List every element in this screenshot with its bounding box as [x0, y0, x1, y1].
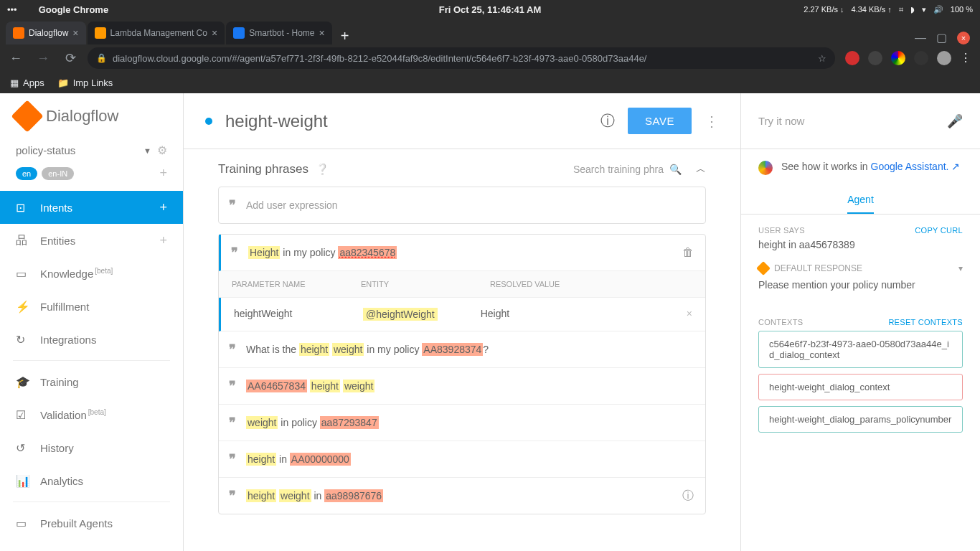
tab-close-icon[interactable]: × — [319, 27, 325, 39]
tab-agent[interactable]: Agent — [847, 187, 874, 214]
error-icon[interactable]: ⓘ — [600, 111, 615, 131]
training-phrase[interactable]: ❞ height weight in aa98987676 ⓘ — [219, 478, 705, 514]
window-maximize-icon[interactable]: ▢ — [936, 31, 947, 44]
lang-pill[interactable]: en — [16, 167, 37, 180]
address-bar: ← → ⟳ 🔒 dialogflow.cloud.google.com/#/ag… — [0, 44, 980, 72]
training-phrase[interactable]: ❞ What is the height weight in my policy… — [219, 331, 705, 368]
extension-icon[interactable] — [914, 51, 928, 65]
add-phrase-box[interactable]: ❞ Add user expression — [218, 187, 706, 224]
context-chip[interactable]: height-weight_dialog_context — [758, 374, 963, 400]
sidebar-item-knowledge[interactable]: ▭ Knowledge[beta] — [0, 257, 183, 290]
brand-text: Dialogflow — [46, 107, 119, 126]
wifi-icon[interactable]: ▾ — [922, 5, 926, 14]
remove-param-icon[interactable]: × — [687, 308, 692, 321]
agent-selector[interactable]: policy-status ▼ ⚙ — [0, 139, 183, 166]
sidebar-item-validation[interactable]: ☑ Validation[beta] — [0, 398, 183, 431]
copy-curl-button[interactable]: COPY CURL — [915, 226, 963, 235]
sidebar-item-label: Training — [40, 376, 79, 388]
sidebar-item-fulfillment[interactable]: ⚡ Fulfillment — [0, 290, 183, 323]
add-language-button[interactable]: + — [159, 166, 167, 181]
sidebar-item-intents[interactable]: ⊡ Intents + — [0, 191, 183, 224]
extension-icon[interactable] — [845, 51, 859, 65]
training-phrase[interactable]: ❞ weight in policy aa87293847 — [219, 405, 705, 441]
response-label: DEFAULT RESPONSE — [774, 263, 862, 273]
section-header: Training phrases ❔ Search training phra … — [218, 162, 706, 176]
context-chip[interactable]: c564e6f7-b23f-4973-aae0-0580d73aa44e_id_… — [758, 331, 963, 368]
reset-contexts-button[interactable]: RESET CONTEXTS — [888, 318, 963, 326]
bookmark-folder[interactable]: 📁 Imp Links — [57, 77, 113, 88]
collapse-icon[interactable]: ︿ — [696, 163, 706, 176]
add-entity-button[interactable]: + — [159, 233, 167, 248]
dnd-icon[interactable]: ◗ — [910, 5, 915, 14]
col-resolved: RESOLVED VALUE — [490, 280, 560, 288]
training-phrase[interactable]: ❞ Height in my policy aa82345678 🗑 — [219, 235, 705, 271]
logo[interactable]: Dialogflow — [0, 93, 183, 139]
sidebar-item-label: History — [40, 442, 74, 454]
tab-lambda[interactable]: Lambda Management Co × — [88, 22, 225, 44]
tab-smartbot[interactable]: Smartbot - Home × — [226, 22, 332, 44]
forward-button[interactable]: → — [33, 51, 53, 66]
sidebar-item-analytics[interactable]: 📊 Analytics — [0, 464, 183, 497]
search-icon[interactable]: 🔍 — [669, 164, 682, 175]
profile-avatar[interactable] — [937, 51, 951, 65]
activities-menu[interactable]: ••• — [7, 4, 17, 15]
save-button[interactable]: SAVE — [628, 108, 692, 134]
tab-label: Lambda Management Co — [110, 28, 207, 38]
help-icon[interactable]: ❔ — [316, 163, 329, 176]
chrome-menu-icon[interactable]: ⋮ — [960, 51, 971, 65]
star-icon[interactable]: ☆ — [818, 53, 826, 64]
sidebar-item-history[interactable]: ↺ History — [0, 431, 183, 464]
back-button[interactable]: ← — [6, 51, 26, 66]
intent-name-input[interactable]: height-weight — [225, 111, 328, 131]
sidebar-item-integrations[interactable]: ↻ Integrations — [0, 323, 183, 356]
bookmark-label: Imp Links — [73, 77, 113, 88]
response-source[interactable]: DEFAULT RESPONSE ▾ — [758, 263, 963, 273]
bookmark-apps[interactable]: ▦ Apps — [10, 77, 44, 88]
sidebar-item-training[interactable]: 🎓 Training — [0, 365, 183, 398]
param-row[interactable]: heightWeight @heightWeight Height × — [219, 298, 705, 331]
sidebar-item-label: Entities — [40, 235, 75, 247]
language-row: en en-IN + — [0, 166, 183, 191]
battery-icon[interactable]: 100 % — [951, 5, 973, 14]
assistant-promo: See how it works in Google Assistant. ↗ — [741, 149, 980, 187]
omnibox[interactable]: 🔒 dialogflow.cloud.google.com/#/agent/a5… — [88, 47, 835, 69]
quote-icon: ❞ — [229, 488, 236, 504]
sidebar-item-label: Prebuilt Agents — [40, 517, 113, 529]
context-chip[interactable]: height-weight_dialog_params_policynumber — [758, 406, 963, 433]
mic-icon[interactable]: 🎤 — [947, 113, 963, 129]
tab-close-icon[interactable]: × — [72, 27, 78, 39]
new-tab-button[interactable]: + — [334, 28, 357, 44]
tab-label: Smartbot - Home — [249, 28, 314, 38]
gear-icon[interactable]: ⚙ — [157, 143, 167, 157]
volume-icon[interactable]: 🔊 — [933, 5, 943, 14]
training-phrase[interactable]: ❞ height in AA00000000 — [219, 441, 705, 478]
sidebar-item-entities[interactable]: 品 Entities + — [0, 224, 183, 257]
slack-icon[interactable]: ⌗ — [899, 5, 903, 14]
sidebar-item-label: Intents — [40, 202, 72, 214]
integrations-icon: ↻ — [16, 333, 30, 347]
window-minimize-icon[interactable]: — — [915, 32, 926, 44]
sidebar-item-label: Knowledge — [40, 268, 93, 280]
user-says-label: USER SAYS — [758, 226, 805, 235]
extension-icon[interactable] — [891, 51, 905, 65]
add-intent-button[interactable]: + — [159, 200, 167, 215]
reload-button[interactable]: ⟳ — [60, 50, 80, 66]
training-phrase[interactable]: ❞ AA64657834 height weight — [219, 368, 705, 405]
sidebar-item-label: Analytics — [40, 475, 83, 487]
external-link-icon[interactable]: ↗ — [951, 161, 960, 172]
window-close-icon[interactable]: × — [957, 32, 970, 44]
more-menu-icon[interactable]: ⋮ — [705, 113, 719, 130]
sidebar-item-prebuilt[interactable]: ▭ Prebuilt Agents — [0, 507, 183, 540]
training-icon: 🎓 — [16, 375, 30, 389]
search-training-input[interactable]: Search training phra — [573, 164, 664, 175]
delete-icon[interactable]: 🗑 — [682, 246, 694, 259]
extension-icon[interactable] — [868, 51, 882, 65]
tab-dialogflow[interactable]: Dialogflow × — [6, 22, 86, 44]
tab-close-icon[interactable]: × — [212, 27, 217, 39]
lang-pill[interactable]: en-IN — [42, 167, 74, 180]
assistant-link[interactable]: Google Assistant. — [871, 161, 949, 172]
intent-header: height-weight ⓘ SAVE ⋮ — [184, 93, 740, 149]
warning-icon[interactable]: ⓘ — [682, 489, 694, 504]
try-it-input[interactable]: Try it now — [758, 115, 804, 127]
sidebar-item-label: Integrations — [40, 334, 96, 346]
